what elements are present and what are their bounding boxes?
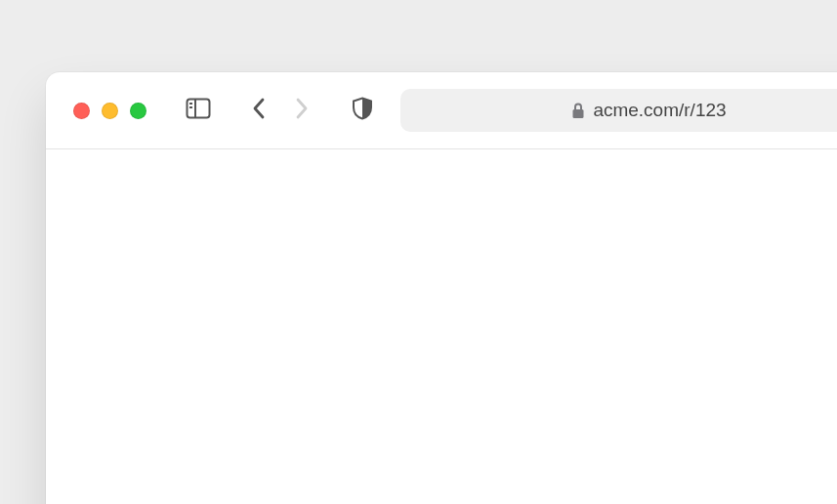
forward-button[interactable] <box>287 96 316 125</box>
lock-icon <box>571 103 585 119</box>
privacy-shield-button[interactable] <box>348 96 377 125</box>
minimize-window-button[interactable] <box>102 103 118 119</box>
back-button[interactable] <box>244 96 273 125</box>
address-bar[interactable]: acme.com/r/123 <box>400 89 837 132</box>
url-text: acme.com/r/123 <box>593 100 726 121</box>
chevron-right-icon <box>294 97 310 124</box>
chevron-left-icon <box>251 97 267 124</box>
sidebar-icon <box>186 98 211 123</box>
close-window-button[interactable] <box>73 103 90 119</box>
url-content: acme.com/r/123 <box>571 100 726 121</box>
browser-window: acme.com/r/123 <box>46 72 837 504</box>
window-controls <box>73 103 146 119</box>
toolbar: acme.com/r/123 <box>46 72 837 148</box>
svg-rect-4 <box>573 109 584 118</box>
maximize-window-button[interactable] <box>130 103 146 119</box>
page-content <box>46 149 837 504</box>
sidebar-toggle-button[interactable] <box>184 96 213 125</box>
shield-icon <box>352 97 373 124</box>
